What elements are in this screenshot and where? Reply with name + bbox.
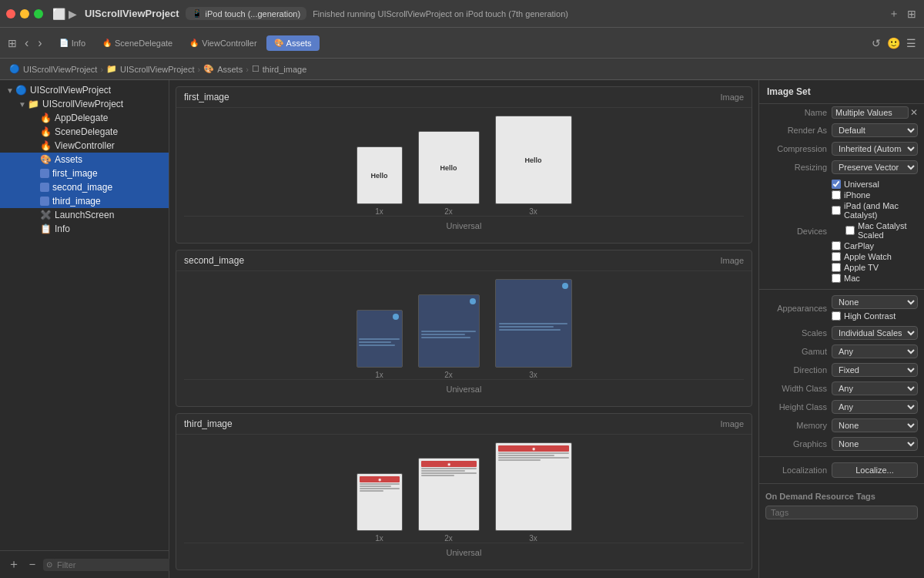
run-button[interactable]: ▶ — [67, 6, 79, 22]
first-image-cell-1x: Hello 1x — [357, 146, 403, 216]
scheme-name: iPod touch (...generation) — [206, 9, 301, 18]
main-layout: ▼ 🔵 UIScrollViewProject ▼ 📁 UIScrollView… — [0, 80, 924, 578]
name-clear-button[interactable]: ✕ — [910, 107, 918, 118]
carplay-checkbox[interactable] — [832, 241, 841, 250]
sidebar-item-info[interactable]: 📋 Info — [0, 222, 169, 236]
width-class-select[interactable]: Any — [832, 381, 918, 395]
third-image-placeholder-2x[interactable]: ◉ — [418, 458, 480, 531]
third-image-placeholder-3x[interactable]: ◉ — [495, 442, 572, 531]
back-button[interactable]: ‹ — [22, 35, 32, 52]
first-image-placeholder-3x[interactable]: Hello — [495, 116, 572, 204]
maximize-button[interactable] — [34, 9, 43, 18]
sidebar-item-first-image[interactable]: first_image — [0, 166, 169, 180]
grid-view-button[interactable]: ⊞ — [6, 35, 18, 51]
sidebar-toggle-button[interactable]: ⬜ — [51, 6, 67, 22]
second-image-placeholder-3x[interactable] — [495, 279, 572, 368]
breadcrumb-project[interactable]: UIScrollViewProject — [23, 65, 97, 74]
sidebar-item-label: UIScrollViewProject — [30, 85, 111, 96]
scales-select[interactable]: Individual Scales — [832, 326, 918, 340]
remove-file-button[interactable]: － — [25, 555, 40, 574]
graphics-select[interactable]: None — [832, 437, 918, 451]
tab-viewcontroller[interactable]: 🔥 ViewController — [182, 35, 264, 51]
third-line-6 — [421, 470, 466, 472]
second-image-placeholder-2x[interactable] — [418, 294, 480, 368]
close-button[interactable] — [6, 9, 15, 18]
second-image-content: 1x 2x — [176, 271, 752, 406]
ipad-checkbox[interactable] — [832, 206, 841, 215]
direction-label: Direction — [765, 365, 827, 375]
second-image-group: second_image Image 1x — [176, 250, 752, 407]
first-image-placeholder-2x[interactable]: Hello — [418, 131, 480, 204]
image-cube-icon-3 — [40, 197, 49, 206]
tab-scenedelegate[interactable]: 🔥 SceneDelegate — [95, 35, 180, 51]
first-image-placeholder-1x[interactable]: Hello — [357, 146, 403, 204]
watch-label: Apple Watch — [844, 252, 892, 261]
breadcrumb-sep-2: › — [197, 65, 200, 74]
sidebar-item-appdelegate[interactable]: 🔥 AppDelegate — [0, 111, 169, 125]
appearances-select[interactable]: None — [832, 295, 918, 309]
view-tab-icon: 🔥 — [189, 39, 199, 47]
carplay-checkbox-item: CarPlay — [832, 240, 918, 251]
sidebar: ▼ 🔵 UIScrollViewProject ▼ 📁 UIScrollView… — [0, 80, 169, 578]
tab-info[interactable]: 📄 Info — [52, 35, 93, 51]
compression-label: Compression — [765, 144, 827, 153]
breadcrumb-image-icon: ☐ — [252, 64, 259, 74]
forward-button[interactable]: › — [35, 35, 45, 52]
tab-assets[interactable]: 🎨 Assets — [266, 35, 320, 51]
catalyst-checkbox[interactable] — [845, 226, 855, 235]
height-class-select[interactable]: Any — [832, 400, 918, 414]
name-value: Multiple Values — [832, 106, 909, 119]
iphone-checkbox[interactable] — [832, 190, 841, 200]
add-file-button[interactable]: ＋ — [6, 555, 22, 574]
sidebar-item-assets[interactable]: 🎨 Assets — [0, 153, 169, 166]
memory-select[interactable]: None — [832, 418, 918, 432]
sidebar-item-launchscreen[interactable]: ✖️ LaunchScreen — [0, 208, 169, 222]
sidebar-item-project-root[interactable]: ▼ 🔵 UIScrollViewProject — [0, 83, 169, 97]
compression-select[interactable]: Inherited (Automatic) — [832, 142, 918, 156]
localize-button[interactable]: Localize... — [832, 462, 918, 478]
gamut-select[interactable]: Any — [832, 344, 918, 358]
img-line-1 — [359, 338, 399, 340]
graphics-row: Graphics None — [759, 435, 924, 453]
add-button[interactable]: ＋ — [887, 5, 901, 22]
split-view-button[interactable]: ⊞ — [906, 5, 918, 22]
breadcrumb-image[interactable]: third_image — [263, 65, 306, 74]
img-line-2 — [359, 341, 391, 343]
breadcrumb-folder[interactable]: UIScrollViewProject — [120, 65, 194, 74]
sidebar-item-project-folder[interactable]: ▼ 📁 UIScrollViewProject — [0, 97, 169, 111]
minimize-button[interactable] — [20, 9, 29, 18]
third-line-3 — [360, 488, 400, 489]
sidebar-filter-input[interactable] — [52, 559, 168, 571]
resizing-select[interactable]: Preserve Vector Data — [832, 160, 918, 174]
tags-input[interactable] — [765, 506, 918, 519]
universal-checkbox[interactable] — [832, 180, 841, 189]
sidebar-item-scenedelegate[interactable]: 🔥 SceneDelegate — [0, 125, 169, 139]
render-as-select[interactable]: Default — [832, 123, 918, 137]
tab-view-label: ViewController — [202, 39, 256, 48]
third-1x-label: 1x — [375, 534, 383, 543]
second-image-placeholder-1x[interactable] — [357, 310, 403, 368]
tv-checkbox[interactable] — [832, 263, 841, 272]
third-3x-label: 3x — [529, 534, 537, 543]
breadcrumb-assets[interactable]: Assets — [217, 65, 243, 74]
sidebar-item-third-image[interactable]: third_image — [0, 194, 169, 208]
sidebar-item-viewcontroller[interactable]: 🔥 ViewController — [0, 139, 169, 153]
refresh-button[interactable]: ↺ — [870, 35, 882, 51]
inspector-toggle[interactable]: ☰ — [905, 35, 918, 51]
high-contrast-checkbox[interactable] — [832, 311, 841, 321]
universal-checkbox-item: Universal — [832, 179, 918, 190]
third-image-placeholder-1x[interactable]: ◉ — [357, 473, 403, 531]
first-image-group: first_image Image Hello 1x — [176, 86, 752, 244]
emoji-button[interactable]: 🙂 — [886, 35, 902, 51]
resizing-row: Resizing Preserve Vector Data — [759, 158, 924, 176]
mac-checkbox[interactable] — [832, 274, 841, 283]
divider-3 — [759, 483, 924, 484]
direction-select[interactable]: Fixed — [832, 363, 918, 377]
first-image-cell-2x: Hello 2x — [418, 131, 480, 216]
sidebar-item-second-image[interactable]: second_image — [0, 180, 169, 194]
watch-checkbox[interactable] — [832, 252, 841, 261]
scheme-selector[interactable]: 📱 iPod touch (...generation) — [186, 7, 307, 20]
devices-label: Devices — [765, 227, 827, 236]
divider-1 — [759, 289, 924, 290]
third-image-group: third_image Image ◉ — [176, 413, 752, 570]
